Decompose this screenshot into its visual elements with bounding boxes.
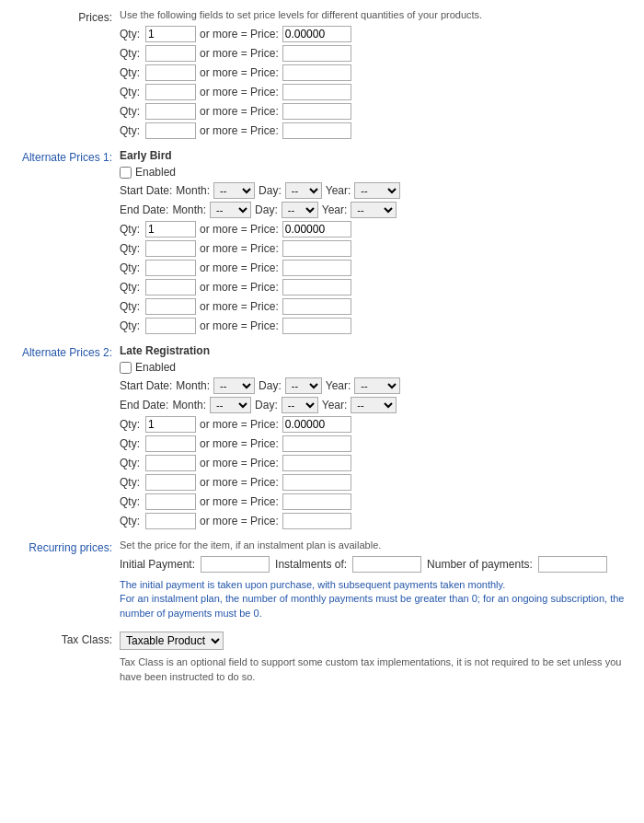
price-input[interactable] <box>282 493 351 510</box>
qty-label: Qty: <box>120 261 140 274</box>
qty-input[interactable] <box>145 84 196 100</box>
qty-input[interactable] <box>145 318 196 334</box>
alt-prices-1-end-label: End Date: <box>120 203 168 216</box>
alt-prices-2-end-year-select[interactable]: -- <box>351 397 397 413</box>
or-more-text: or more = Price: <box>200 47 279 60</box>
price-input[interactable] <box>282 474 351 491</box>
num-payments-input[interactable] <box>538 556 607 573</box>
qty-input[interactable] <box>145 493 196 510</box>
initial-payment-label: Initial Payment: <box>120 558 195 571</box>
alt-prices-2-start-label: Start Date: <box>120 379 172 392</box>
price-input[interactable] <box>282 260 351 276</box>
instalments-label: Instalments of: <box>275 558 347 571</box>
or-more-text: or more = Price: <box>200 476 279 489</box>
price-input[interactable] <box>282 122 351 139</box>
alt-prices-1-start-year-select[interactable]: -- <box>354 182 400 199</box>
qty-input[interactable] <box>145 260 196 276</box>
alt-prices-2-enabled-checkbox[interactable] <box>120 362 132 374</box>
alt-prices-2-enabled-label: Enabled <box>135 361 176 374</box>
alt-prices-1-enabled-label: Enabled <box>135 166 176 179</box>
tax-class-label: Tax Class: <box>0 632 120 684</box>
qty-input[interactable] <box>145 279 196 296</box>
or-more-text: or more = Price: <box>200 281 279 294</box>
alt-prices-1-end-year-select[interactable]: -- <box>351 202 397 218</box>
qty-input[interactable] <box>145 513 196 529</box>
qty-row: Qty:or more = Price: <box>120 84 644 100</box>
alt-prices-1-start-label: Start Date: <box>120 184 172 197</box>
alt-prices-1-start-month-select[interactable]: -- <box>213 182 255 199</box>
qty-input[interactable] <box>145 26 196 42</box>
qty-input[interactable] <box>145 240 196 257</box>
alt-prices-1-start-day-label: Day: <box>259 184 282 197</box>
qty-label: Qty: <box>120 457 140 469</box>
qty-row: Qty:or more = Price: <box>120 260 644 276</box>
qty-input[interactable] <box>145 64 196 81</box>
price-input[interactable] <box>282 279 351 296</box>
recurring-inputs-row: Initial Payment: Instalments of: Number … <box>120 556 644 573</box>
alt-prices-2-rows: Qty:or more = Price:Qty:or more = Price:… <box>120 416 644 529</box>
alt-prices-2-start-year-select[interactable]: -- <box>354 377 400 394</box>
alt-prices-2-end-label: End Date: <box>120 399 168 412</box>
or-more-text: or more = Price: <box>200 319 279 332</box>
prices-section: Prices: Use the following fields to set … <box>0 9 644 142</box>
tax-class-select[interactable]: Taxable Product None Shipping <box>120 632 224 650</box>
alt-prices-1-start-day-select[interactable]: -- <box>285 182 322 199</box>
qty-label: Qty: <box>120 437 140 450</box>
instalments-input[interactable] <box>352 556 421 573</box>
qty-input[interactable] <box>145 474 196 491</box>
qty-input[interactable] <box>145 221 196 238</box>
qty-input[interactable] <box>145 455 196 471</box>
alt-prices-1-enabled-row: Enabled <box>120 166 644 179</box>
qty-input[interactable] <box>145 298 196 315</box>
alt-prices-1-rows: Qty:or more = Price:Qty:or more = Price:… <box>120 221 644 334</box>
or-more-text: or more = Price: <box>200 66 279 79</box>
alt-prices-2-end-date-row: End Date: Month: -- Day: -- Year: -- <box>120 397 644 413</box>
alt-prices-1-end-month-select[interactable]: -- <box>210 202 251 218</box>
alt-prices-1-enabled-checkbox[interactable] <box>120 167 132 179</box>
alt-prices-2-start-day-select[interactable]: -- <box>285 377 322 394</box>
prices-info: Use the following fields to set price le… <box>120 9 644 20</box>
qty-row: Qty:or more = Price: <box>120 416 644 433</box>
qty-input[interactable] <box>145 416 196 433</box>
price-input[interactable] <box>282 240 351 257</box>
qty-label: Qty: <box>120 242 140 255</box>
alt-prices-2-start-year-label: Year: <box>326 379 351 392</box>
initial-payment-input[interactable] <box>201 556 270 573</box>
price-input[interactable] <box>282 103 351 120</box>
price-input[interactable] <box>282 26 351 42</box>
price-input[interactable] <box>282 513 351 529</box>
price-input[interactable] <box>282 221 351 238</box>
alt-prices-1-start-date-row: Start Date: Month: -- Day: -- Year: -- <box>120 182 644 199</box>
price-input[interactable] <box>282 435 351 452</box>
tax-class-row: Taxable Product None Shipping <box>120 632 644 650</box>
price-input[interactable] <box>282 455 351 471</box>
prices-rows: Qty:or more = Price:Qty:or more = Price:… <box>120 26 644 139</box>
qty-input[interactable] <box>145 435 196 452</box>
alt-prices-2-title: Late Registration <box>120 344 644 357</box>
alt-prices-1-start-month-label: Month: <box>176 184 210 197</box>
alt-prices-2-start-date-row: Start Date: Month: -- Day: -- Year: -- <box>120 377 644 394</box>
price-input[interactable] <box>282 84 351 100</box>
price-input[interactable] <box>282 416 351 433</box>
alt-prices-1-start-year-label: Year: <box>326 184 351 197</box>
qty-row: Qty:or more = Price: <box>120 122 644 139</box>
price-input[interactable] <box>282 318 351 334</box>
alt-prices-2-end-day-select[interactable]: -- <box>282 397 318 413</box>
price-input[interactable] <box>282 45 351 62</box>
price-input[interactable] <box>282 64 351 81</box>
alt-prices-2-content: Late Registration Enabled Start Date: Mo… <box>120 344 644 532</box>
qty-input[interactable] <box>145 103 196 120</box>
alt-prices-2-end-month-select[interactable]: -- <box>210 397 251 413</box>
alt-prices-2-end-month-label: Month: <box>172 399 206 412</box>
or-more-text: or more = Price: <box>200 437 279 450</box>
qty-input[interactable] <box>145 122 196 139</box>
qty-label: Qty: <box>120 105 140 118</box>
price-input[interactable] <box>282 298 351 315</box>
qty-input[interactable] <box>145 45 196 62</box>
alt-prices-1-end-day-label: Day: <box>255 203 278 216</box>
alt-prices-1-end-day-select[interactable]: -- <box>282 202 318 218</box>
alt-prices-2-start-month-select[interactable]: -- <box>213 377 255 394</box>
qty-row: Qty:or more = Price: <box>120 474 644 491</box>
qty-label: Qty: <box>120 418 140 431</box>
qty-label: Qty: <box>120 28 140 41</box>
